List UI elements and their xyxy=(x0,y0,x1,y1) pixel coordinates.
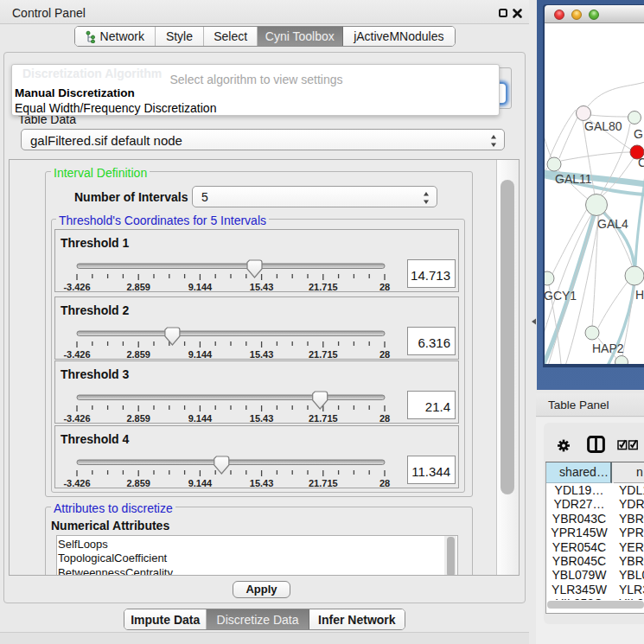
svg-text:21.715: 21.715 xyxy=(309,282,338,292)
svg-text:-3.426: -3.426 xyxy=(63,478,90,488)
svg-text:H: H xyxy=(635,288,644,302)
svg-text:21.715: 21.715 xyxy=(309,349,338,360)
svg-text:21.715: 21.715 xyxy=(309,478,338,488)
svg-text:9.144: 9.144 xyxy=(188,349,213,360)
svg-text:2.859: 2.859 xyxy=(126,413,150,424)
svg-text:-3.426: -3.426 xyxy=(63,349,90,360)
svg-text:28: 28 xyxy=(379,478,390,488)
svg-text:9.144: 9.144 xyxy=(188,413,213,424)
svg-text:GAL80: GAL80 xyxy=(584,119,622,133)
svg-text:GAL4: GAL4 xyxy=(597,217,628,231)
svg-text:9.144: 9.144 xyxy=(188,282,213,292)
svg-text:28: 28 xyxy=(379,413,390,424)
svg-text:-3.426: -3.426 xyxy=(63,413,90,424)
svg-text:2.859: 2.859 xyxy=(126,349,150,360)
svg-text:9.144: 9.144 xyxy=(188,478,213,488)
svg-text:15.43: 15.43 xyxy=(250,478,274,488)
svg-text:15.43: 15.43 xyxy=(250,282,274,292)
svg-text:2.859: 2.859 xyxy=(126,282,150,292)
svg-text:GAL11: GAL11 xyxy=(555,172,592,186)
svg-text:HAP2: HAP2 xyxy=(592,341,624,355)
svg-text:28: 28 xyxy=(379,349,390,360)
svg-text:15.43: 15.43 xyxy=(250,413,274,424)
svg-text:15.43: 15.43 xyxy=(250,349,274,360)
svg-text:28: 28 xyxy=(379,282,390,292)
svg-text:21.715: 21.715 xyxy=(309,413,338,424)
svg-text:GCY1: GCY1 xyxy=(545,289,577,303)
svg-text:C: C xyxy=(638,156,644,169)
svg-text:2.859: 2.859 xyxy=(126,478,150,488)
svg-text:-3.426: -3.426 xyxy=(63,282,90,292)
svg-text:G...: G... xyxy=(634,127,644,141)
